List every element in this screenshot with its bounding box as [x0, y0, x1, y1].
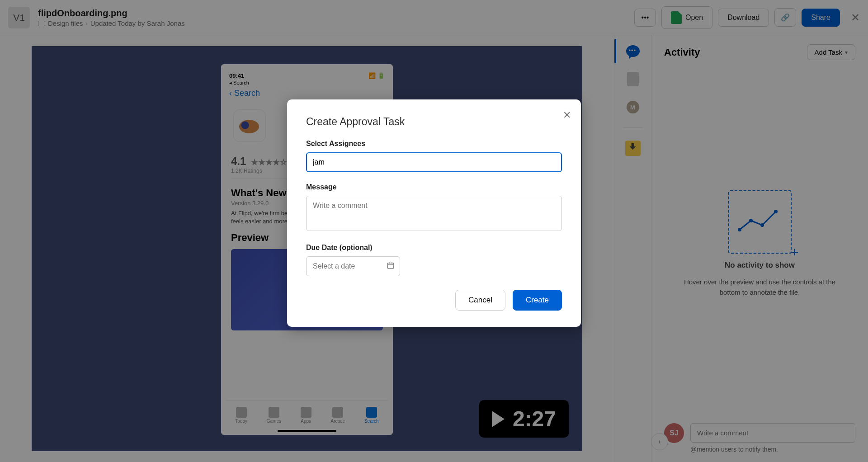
due-date-input[interactable] [306, 256, 400, 276]
assignees-input[interactable] [306, 152, 562, 172]
create-button[interactable]: Create [513, 290, 562, 311]
modal-close-button[interactable]: ✕ [563, 109, 571, 121]
modal-title: Create Approval Task [306, 116, 562, 128]
svg-rect-4 [387, 263, 394, 269]
due-date-field-wrap [306, 256, 400, 276]
message-label: Message [306, 183, 562, 191]
modal-overlay[interactable]: Create Approval Task ✕ Select Assignees … [0, 0, 868, 462]
calendar-icon[interactable] [387, 261, 395, 271]
cancel-button[interactable]: Cancel [455, 290, 505, 311]
assignees-label: Select Assignees [306, 140, 562, 148]
due-date-label: Due Date (optional) [306, 244, 562, 252]
message-input[interactable] [306, 196, 562, 231]
create-task-modal: Create Approval Task ✕ Select Assignees … [287, 99, 581, 327]
modal-actions: Cancel Create [306, 290, 562, 311]
